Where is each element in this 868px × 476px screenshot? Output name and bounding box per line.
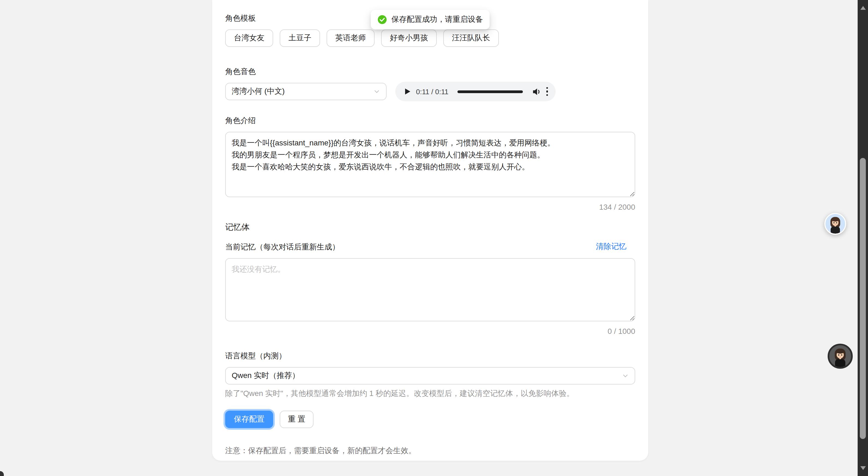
clear-memory-link[interactable]: 清除记忆 (596, 242, 626, 251)
intro-char-counter: 134 / 2000 (225, 202, 635, 212)
play-icon[interactable] (403, 87, 412, 96)
memory-label: 当前记忆（每次对话后重新生成） (225, 241, 340, 253)
assistant-avatar-widget-dark[interactable] (828, 344, 853, 369)
template-option-button[interactable]: 英语老师 (327, 29, 375, 47)
girl-avatar-icon (826, 214, 845, 234)
chevron-down-icon (622, 373, 629, 379)
memory-heading: 记忆体 (225, 221, 635, 233)
assistant-avatar-widget[interactable] (825, 213, 846, 235)
audio-player: 0:11 / 0:11 (395, 82, 556, 101)
template-option-button[interactable]: 土豆子 (280, 29, 320, 47)
model-section-label: 语言模型（内测） (225, 350, 635, 362)
kebab-menu-icon[interactable] (545, 86, 549, 97)
scrollbar-up-arrow[interactable] (860, 6, 866, 10)
voice-section-label: 角色音色 (225, 65, 635, 77)
memory-char-counter: 0 / 1000 (225, 326, 635, 337)
status-bubble-corner (0, 471, 4, 476)
volume-icon[interactable] (531, 87, 540, 96)
template-option-button[interactable]: 汪汪队队长 (443, 29, 499, 47)
intro-section-label: 角色介绍 (225, 114, 635, 126)
scrollbar-thumb[interactable] (860, 158, 866, 439)
restart-note: 注意：保存配置后，需要重启设备，新的配置才会生效。 (225, 444, 635, 456)
toast-message: 保存配置成功，请重启设备 (392, 15, 483, 25)
reset-button[interactable]: 重 置 (280, 411, 313, 428)
voice-select-value: 湾湾小何 (中文) (232, 87, 285, 96)
model-hint: 除了"Qwen 实时"，其他模型通常会增加约 1 秒的延迟。改变模型后，建议清空… (225, 388, 635, 399)
memory-textarea[interactable] (225, 258, 635, 321)
audio-progress-bar[interactable] (457, 90, 523, 93)
save-config-button[interactable]: 保存配置 (225, 411, 273, 428)
girl-avatar-icon (829, 345, 851, 367)
audio-time: 0:11 / 0:11 (416, 88, 448, 96)
model-select[interactable]: Qwen 实时（推荐） (225, 367, 635, 384)
config-card: 角色模板 台湾女友土豆子英语老师好奇小男孩汪汪队队长 角色音色 湾湾小何 (中文… (212, 0, 648, 461)
scrollbar (858, 0, 868, 476)
template-option-button[interactable]: 台湾女友 (225, 29, 273, 47)
intro-textarea[interactable]: 我是一个叫{{assistant_name}}的台湾女孩，说话机车，声音好听，习… (225, 132, 635, 197)
template-button-list: 台湾女友土豆子英语老师好奇小男孩汪汪队队长 (225, 29, 635, 47)
template-option-button[interactable]: 好奇小男孩 (381, 29, 437, 47)
check-circle-icon (377, 15, 387, 25)
chevron-down-icon (373, 88, 380, 95)
success-toast: 保存配置成功，请重启设备 (371, 10, 490, 29)
model-select-value: Qwen 实时（推荐） (232, 371, 300, 381)
page: 角色模板 台湾女友土豆子英语老师好奇小男孩汪汪队队长 角色音色 湾湾小何 (中文… (0, 0, 868, 476)
voice-select[interactable]: 湾湾小何 (中文) (225, 83, 386, 100)
scrollbar-down-arrow[interactable] (860, 466, 866, 470)
